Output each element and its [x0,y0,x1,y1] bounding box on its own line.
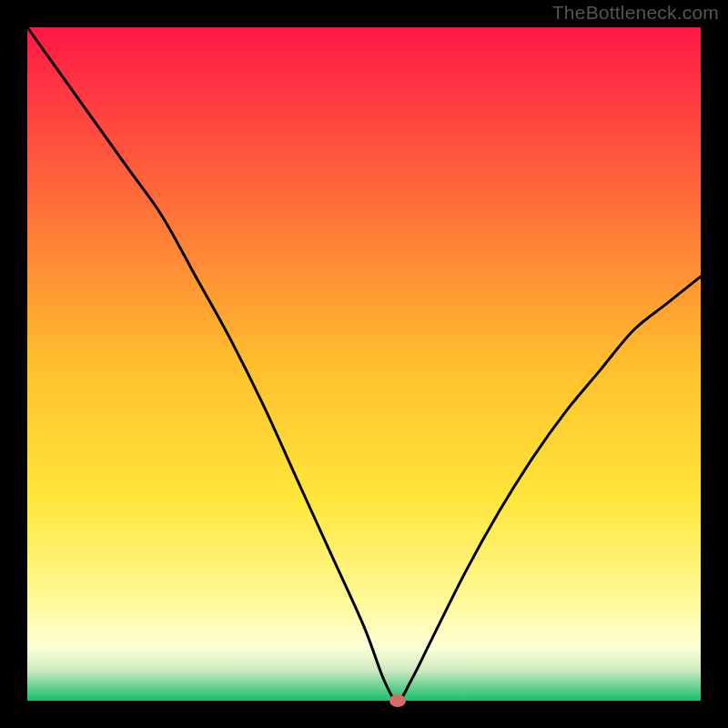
optimal-point-marker [389,694,406,707]
chart-frame: TheBottleneck.com [0,0,728,728]
bottleneck-chart [0,0,728,728]
plot-background [27,27,701,701]
watermark-label: TheBottleneck.com [552,2,719,24]
